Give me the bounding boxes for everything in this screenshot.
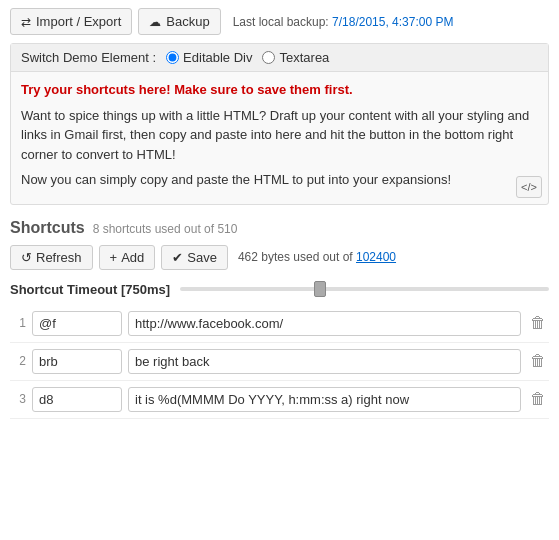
radio-textarea-label: Textarea: [279, 50, 329, 65]
refresh-button[interactable]: ↺ Refresh: [10, 245, 93, 270]
import-export-label: Import / Export: [36, 14, 121, 29]
row-number: 3: [10, 392, 26, 406]
radio-editable-div-input[interactable]: [166, 51, 179, 64]
timeout-row: Shortcut Timeout [750ms]: [10, 278, 549, 301]
backup-info-text: Last local backup: 7/18/2015, 4:37:00 PM: [233, 15, 454, 29]
backup-icon: ☁: [149, 15, 161, 29]
row-number: 1: [10, 316, 26, 330]
demo-line3: Now you can simply copy and paste the HT…: [21, 170, 538, 190]
demo-header: Switch Demo Element : Editable Div Texta…: [11, 44, 548, 72]
convert-html-button[interactable]: </>: [516, 176, 542, 198]
save-button[interactable]: ✔ Save: [161, 245, 228, 270]
shortcut-value-input[interactable]: [128, 349, 521, 374]
add-icon: +: [110, 250, 118, 265]
shortcuts-header: Shortcuts 8 shortcuts used out of 510: [10, 219, 549, 237]
demo-line1: Try your shortcuts here! Make sure to sa…: [21, 80, 538, 100]
demo-section: Switch Demo Element : Editable Div Texta…: [10, 43, 549, 205]
top-toolbar: ⇄ Import / Export ☁ Backup Last local ba…: [0, 0, 559, 43]
shortcut-key-input[interactable]: [32, 387, 122, 412]
timeout-label: Shortcut Timeout [750ms]: [10, 282, 170, 297]
save-icon: ✔: [172, 250, 183, 265]
shortcuts-title: Shortcuts: [10, 219, 85, 237]
demo-content-area[interactable]: Try your shortcuts here! Make sure to sa…: [11, 72, 548, 204]
shortcuts-section: Shortcuts 8 shortcuts used out of 510 ↺ …: [0, 215, 559, 435]
bytes-info: 462 bytes used out of 102400: [238, 250, 396, 264]
shortcuts-count: 8 shortcuts used out of 510: [93, 222, 238, 236]
shortcut-row: 1🗑: [10, 311, 549, 343]
shortcut-key-input[interactable]: [32, 349, 122, 374]
bytes-limit-link[interactable]: 102400: [356, 250, 396, 264]
shortcut-row: 3🗑: [10, 387, 549, 419]
radio-textarea[interactable]: Textarea: [262, 50, 329, 65]
delete-shortcut-button[interactable]: 🗑: [527, 388, 549, 410]
shortcut-value-input[interactable]: [128, 311, 521, 336]
row-number: 2: [10, 354, 26, 368]
delete-shortcut-button[interactable]: 🗑: [527, 312, 549, 334]
shortcut-list: 1🗑2🗑3🗑: [10, 311, 549, 419]
shortcut-row: 2🗑: [10, 349, 549, 381]
delete-shortcut-button[interactable]: 🗑: [527, 350, 549, 372]
add-button[interactable]: + Add: [99, 245, 156, 270]
shortcut-value-input[interactable]: [128, 387, 521, 412]
import-export-button[interactable]: ⇄ Import / Export: [10, 8, 132, 35]
backup-date-link[interactable]: 7/18/2015, 4:37:00 PM: [332, 15, 453, 29]
refresh-icon: ↺: [21, 250, 32, 265]
action-row: ↺ Refresh + Add ✔ Save 462 bytes used ou…: [10, 245, 549, 270]
radio-textarea-input[interactable]: [262, 51, 275, 64]
save-label: Save: [187, 250, 217, 265]
backup-button[interactable]: ☁ Backup: [138, 8, 220, 35]
import-export-icon: ⇄: [21, 15, 31, 29]
backup-label: Backup: [166, 14, 209, 29]
radio-editable-div-label: Editable Div: [183, 50, 252, 65]
shortcut-key-input[interactable]: [32, 311, 122, 336]
switch-demo-label: Switch Demo Element :: [21, 50, 156, 65]
radio-editable-div[interactable]: Editable Div: [166, 50, 252, 65]
refresh-label: Refresh: [36, 250, 82, 265]
add-label: Add: [121, 250, 144, 265]
timeout-slider[interactable]: [180, 287, 549, 291]
demo-line2: Want to spice things up with a little HT…: [21, 106, 538, 165]
